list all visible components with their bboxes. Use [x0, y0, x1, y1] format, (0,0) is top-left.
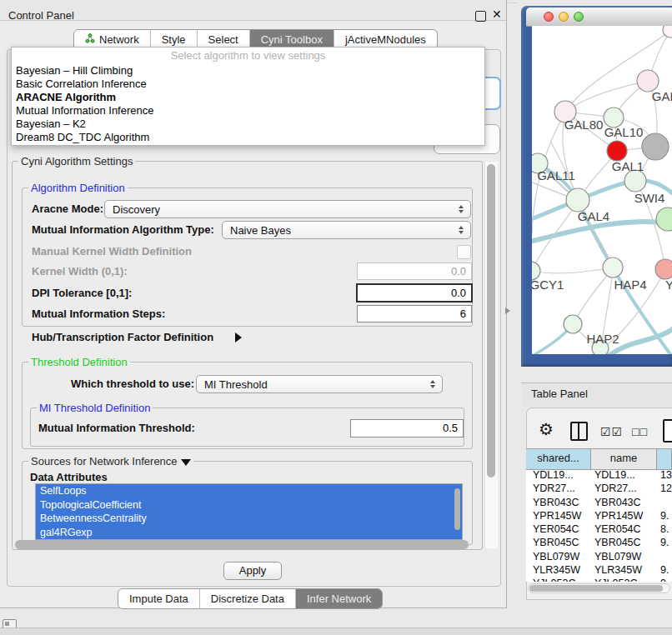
network-node-label: GCY1	[532, 278, 564, 292]
sources-expander[interactable]: Sources for Network Inference	[28, 455, 193, 468]
updown-arrows-icon	[455, 205, 467, 213]
table-column-header[interactable]	[657, 449, 672, 469]
attribute-list-item[interactable]: BetweennessCentrality	[36, 512, 462, 526]
table-cell: 13	[658, 468, 672, 482]
table-hscrollbar-thumb[interactable]	[529, 585, 663, 592]
attribute-list-item[interactable]: gal4RGexp	[36, 526, 462, 540]
network-node[interactable]	[607, 141, 627, 161]
hub-definition-expander-label[interactable]: Hub/Transcription Factor Definition	[32, 328, 213, 347]
apply-button[interactable]: Apply	[223, 562, 282, 580]
table-cell: YLR345W	[526, 563, 592, 577]
mi-type-select[interactable]: Naive Bayes	[222, 221, 471, 239]
table-row[interactable]: YJL053CYJL053C9.	[526, 577, 672, 582]
select-none-unchecked-icon[interactable]: □□	[632, 425, 648, 438]
table-cell: YPR145W	[592, 509, 658, 522]
network-edge[interactable]	[532, 268, 614, 273]
network-edge[interactable]	[532, 222, 672, 242]
kernel-width-field[interactable]: 0.0	[357, 262, 472, 280]
table-column-header[interactable]: name	[591, 449, 657, 469]
control-panel-title: Control Panel	[8, 9, 74, 22]
table-row[interactable]: YDR27...YDR27...12	[526, 482, 672, 495]
table-cell: YER054C	[526, 522, 592, 536]
threshold-definition-title: Threshold Definition	[28, 356, 130, 368]
dropdown-item[interactable]: Dream8 DC_TDC Algorithm	[12, 131, 484, 144]
table-row[interactable]: YBL079WYBL079W	[526, 550, 672, 563]
network-node-label: HAP4	[614, 278, 646, 292]
bottom-tabbar: Impute DataDiscretize DataInfer Network	[118, 588, 383, 609]
manual-kernel-checkbox[interactable]	[457, 245, 471, 259]
table-cell: YBR045C	[592, 536, 658, 549]
sources-title: Sources for Network Inference	[31, 455, 178, 468]
table-column-header[interactable]: shared...	[526, 449, 591, 469]
mi-steps-field[interactable]: 6	[357, 305, 472, 322]
settings-scrollbar-thumb[interactable]	[487, 164, 495, 478]
network-node-label: GAL2	[652, 89, 672, 103]
minimize-traffic-light[interactable]	[559, 12, 569, 22]
which-threshold-select[interactable]: MI Threshold	[196, 375, 443, 393]
dpi-tolerance-field[interactable]: 0.0	[356, 283, 473, 302]
table-header-row: shared...name	[526, 448, 672, 470]
table-cell: 9.	[658, 509, 669, 522]
algorithm-dropdown-popup: Select algorithm to view settings Bayesi…	[11, 47, 485, 146]
mi-threshold-field[interactable]: 0.5	[350, 419, 464, 438]
tab-discretize-data[interactable]: Discretize Data	[199, 589, 295, 608]
settings-hscrollbar-thumb[interactable]	[15, 540, 469, 549]
dropdown-item[interactable]: Basic Correlation Inference	[12, 78, 484, 91]
list-scrollbar-thumb[interactable]	[454, 488, 460, 530]
dropdown-item[interactable]: Mutual Information Inference	[12, 104, 484, 118]
network-node-label: GAL11	[537, 168, 575, 182]
table-row[interactable]: YLR345WYLR345W9.	[526, 563, 672, 577]
table-row[interactable]: YBR045CYBR045C9.	[526, 536, 672, 549]
network-node-label: GAL4	[578, 209, 609, 223]
dpi-tolerance-label: DPI Tolerance [0,1]:	[32, 284, 132, 302]
attribute-list-item[interactable]: TopologicalCoefficient	[36, 498, 462, 512]
split-divider-arrow[interactable]	[505, 308, 510, 314]
updown-arrows-icon	[427, 380, 439, 388]
mi-type-label: Mutual Information Algorithm Type:	[32, 221, 214, 239]
network-node[interactable]	[603, 258, 623, 278]
table-row[interactable]: YER054CYER054C8.	[526, 522, 672, 536]
network-node[interactable]	[642, 133, 669, 160]
select-all-checked-icon[interactable]: ☑☑	[600, 425, 623, 438]
control-panel-titlebar	[0, 0, 506, 21]
float-window-icon[interactable]	[475, 11, 486, 22]
table-row[interactable]: YBR043CYBR043C	[526, 496, 672, 509]
mi-threshold-title: MI Threshold Definition	[37, 402, 153, 414]
attribute-list-item[interactable]: SelfLoops	[36, 484, 462, 498]
mi-threshold-label: Mutual Information Threshold:	[38, 419, 195, 438]
network-node[interactable]	[564, 315, 582, 333]
table-cell: 8.	[658, 522, 669, 536]
close-traffic-light[interactable]	[544, 12, 554, 22]
aracne-mode-value: Discovery	[105, 203, 455, 216]
close-icon[interactable]: ✕	[492, 8, 502, 21]
table-row[interactable]: YPR145WYPR145W9.	[526, 509, 672, 522]
tab-label: Impute Data	[129, 589, 188, 608]
network-node[interactable]	[566, 188, 589, 212]
dropdown-item[interactable]: ARACNE Algorithm	[12, 91, 484, 104]
table-cell: YDR27...	[592, 482, 658, 495]
network-node[interactable]	[656, 208, 672, 231]
aracne-mode-select[interactable]: Discovery	[104, 200, 471, 218]
tab-impute-data[interactable]: Impute Data	[118, 589, 199, 608]
network-node[interactable]	[655, 259, 672, 279]
tab-infer-network[interactable]: Infer Network	[295, 589, 382, 608]
table-settings-gear-icon[interactable]: ⚙	[539, 419, 554, 439]
dropdown-item[interactable]: Bayesian – K2	[12, 118, 484, 131]
network-node-label: GAL80	[564, 118, 604, 132]
dropdown-item[interactable]: Bayesian – Hill Climbing	[12, 64, 484, 78]
table-cell: YPR145W	[526, 509, 592, 522]
zoom-traffic-light[interactable]	[574, 12, 584, 22]
tab-label: Discretize Data	[211, 589, 284, 608]
table-cell: YBR043C	[592, 496, 658, 509]
table-row[interactable]: YDL19...YDL19...13	[526, 468, 672, 482]
table-cell: YBL079W	[526, 550, 592, 563]
table-cell: YBR045C	[526, 536, 592, 549]
table-cell	[658, 496, 660, 509]
network-canvas[interactable]: GAL2GAL80GAL10GAL1GAL11SWI4GAL4GCY1HAP4Y…	[532, 26, 672, 354]
table-cell: YBR043C	[526, 496, 592, 509]
algorithm-definition-title: Algorithm Definition	[28, 182, 128, 194]
document-icon[interactable]	[663, 419, 672, 442]
table-cell: YLR345W	[592, 563, 658, 577]
column-view-icon[interactable]	[570, 422, 588, 441]
expand-right-icon[interactable]	[235, 332, 242, 342]
